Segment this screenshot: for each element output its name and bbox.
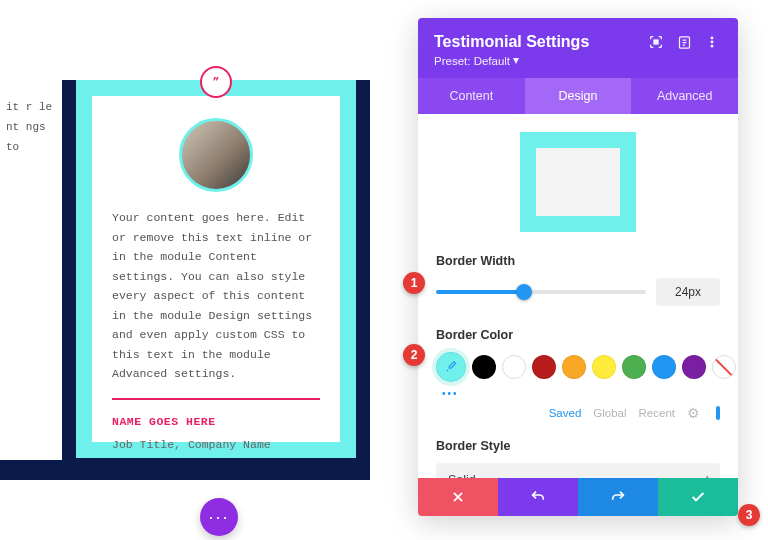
svg-point-2 xyxy=(711,37,713,39)
palette-tabs: Saved Global Recent ⚙ xyxy=(436,405,720,421)
settings-panel: Testimonial Settings Preset: Default▾ Co… xyxy=(418,18,738,516)
svg-point-4 xyxy=(711,45,713,47)
tab-design[interactable]: Design xyxy=(525,78,632,114)
swatch-orange[interactable] xyxy=(562,355,586,379)
select-updown-icon: ▴▾ xyxy=(705,474,710,478)
tab-content[interactable]: Content xyxy=(418,78,525,114)
palette-tab-global[interactable]: Global xyxy=(593,407,626,419)
border-width-value[interactable]: 24px xyxy=(656,278,720,306)
avatar xyxy=(179,118,253,192)
palette-tab-recent[interactable]: Recent xyxy=(639,407,675,419)
callout-3: 3 xyxy=(738,504,760,526)
slider-thumb[interactable] xyxy=(516,284,532,300)
border-style-value: Solid xyxy=(448,473,476,478)
svg-rect-0 xyxy=(654,40,658,44)
testimonial-body[interactable]: Your content goes here. Edit or remove t… xyxy=(112,208,320,384)
save-button[interactable] xyxy=(658,478,738,516)
border-style-select[interactable]: Solid ▴▾ xyxy=(436,463,720,478)
palette-settings-icon[interactable]: ⚙ xyxy=(687,405,700,421)
swatch-eyedropper[interactable] xyxy=(436,352,466,382)
docs-icon[interactable] xyxy=(674,32,694,52)
scroll-indicator xyxy=(716,406,720,420)
chevron-down-icon: ▾ xyxy=(513,53,519,67)
border-preview[interactable] xyxy=(520,132,636,232)
svg-point-3 xyxy=(711,41,713,43)
canvas-preview: it r le nt ngs to ” Your content goes he… xyxy=(0,80,370,480)
border-width-label: Border Width xyxy=(436,254,720,268)
preset-dropdown[interactable]: Preset: Default▾ xyxy=(434,54,722,68)
testimonial-partial: it r le nt ngs to xyxy=(0,80,62,460)
swatch-more-icon[interactable]: ••• xyxy=(442,388,720,399)
swatch-black[interactable] xyxy=(472,355,496,379)
more-icon[interactable] xyxy=(702,32,722,52)
undo-button[interactable] xyxy=(498,478,578,516)
callout-2: 2 xyxy=(403,344,425,366)
border-width-slider[interactable] xyxy=(436,290,646,294)
swatch-crimson[interactable] xyxy=(532,355,556,379)
panel-tabs: Content Design Advanced xyxy=(418,78,738,114)
palette-tab-saved[interactable]: Saved xyxy=(549,407,582,419)
swatch-white[interactable] xyxy=(502,355,526,379)
callout-1: 1 xyxy=(403,272,425,294)
cancel-button[interactable] xyxy=(418,478,498,516)
testimonial-card[interactable]: ” Your content goes here. Edit or remove… xyxy=(76,80,356,458)
tab-advanced[interactable]: Advanced xyxy=(631,78,738,114)
more-actions-fab[interactable]: ··· xyxy=(200,498,238,536)
preset-label: Preset: Default xyxy=(434,55,510,67)
swatch-none[interactable] xyxy=(712,355,736,379)
color-swatches xyxy=(436,352,720,382)
swatch-green[interactable] xyxy=(622,355,646,379)
expand-icon[interactable] xyxy=(646,32,666,52)
swatch-yellow[interactable] xyxy=(592,355,616,379)
border-color-label: Border Color xyxy=(436,328,720,342)
redo-button[interactable] xyxy=(578,478,658,516)
panel-body: Border Width 24px Border Color ••• xyxy=(418,114,738,478)
quote-icon: ” xyxy=(200,66,232,98)
testimonial-name[interactable]: NAME GOES HERE xyxy=(112,398,320,432)
panel-footer xyxy=(418,478,738,516)
panel-header: Testimonial Settings Preset: Default▾ xyxy=(418,18,738,78)
swatch-blue[interactable] xyxy=(652,355,676,379)
slider-fill xyxy=(436,290,524,294)
swatch-purple[interactable] xyxy=(682,355,706,379)
testimonial-job[interactable]: Job Title, Company Name xyxy=(112,435,320,455)
border-style-label: Border Style xyxy=(436,439,720,453)
panel-title: Testimonial Settings xyxy=(434,33,638,51)
